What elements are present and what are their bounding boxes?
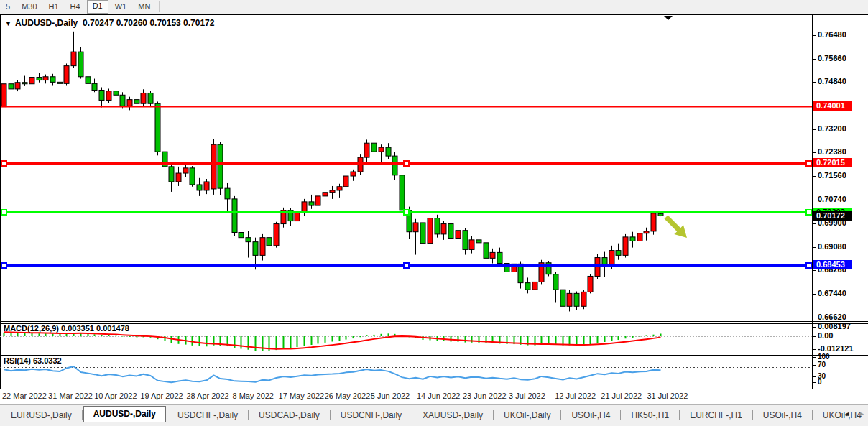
date-axis-label: 31 Mar 2022 — [48, 392, 93, 400]
candle-body-up — [441, 224, 446, 234]
symbol-tab-xauusd[interactable]: XAUUSD-,Daily — [413, 408, 492, 422]
date-axis-label: 19 Apr 2022 — [140, 392, 183, 400]
candle-body-down — [239, 233, 244, 238]
rsi-indicator-label: RSI(14) 63.0332 — [4, 356, 62, 365]
symbol-tab-usdcad[interactable]: USDCAD-,Daily — [249, 408, 329, 422]
tab-scrollers: ◄ ► — [844, 409, 865, 419]
candle-body-down — [50, 77, 55, 83]
rsi-axis-label: 0 — [818, 378, 822, 386]
candle-body-up — [358, 157, 363, 172]
candle-body-up — [183, 168, 188, 173]
price-axis-label: 0.75660 — [818, 54, 846, 62]
price-axis-label: 0.74840 — [818, 77, 846, 85]
symbol-tab-usoil[interactable]: USOil-,H4 — [754, 408, 811, 422]
candle-body-down — [22, 83, 27, 84]
symbol-tab-eurchf[interactable]: EURCHF-,H1 — [680, 408, 752, 422]
candle-body-up — [609, 251, 614, 267]
symbol-tab-usoil[interactable]: USOil-,H4 — [562, 408, 619, 422]
candle-body-down — [197, 185, 202, 190]
hline-handle[interactable] — [404, 161, 409, 166]
candle-body-up — [413, 223, 418, 232]
candle-body-down — [400, 175, 405, 210]
symbol-tab-ukoil[interactable]: UKOil-,Daily — [494, 408, 560, 422]
candle-body-up — [623, 237, 628, 255]
candle-body-down — [78, 52, 83, 77]
candle-body-down — [246, 238, 251, 242]
candle-body-up — [106, 91, 111, 101]
hline-handle[interactable] — [404, 210, 409, 215]
price-axis-label: 0.71560 — [818, 171, 846, 180]
rsi-axis-label: 70 — [818, 361, 826, 369]
candle-body-up — [644, 231, 649, 233]
candle-body-down — [253, 242, 258, 256]
symbol-tab-usdcnh[interactable]: USDCNH-,Daily — [331, 408, 411, 422]
tab-separator — [620, 410, 621, 420]
tab-separator — [752, 410, 753, 420]
chart-dropdown-icon[interactable]: ▼ — [5, 20, 11, 27]
date-axis-label: 22 Mar 2022 — [2, 392, 47, 400]
candle-body-up — [302, 202, 307, 213]
candle-body-up — [351, 172, 356, 176]
candle-body-up — [428, 218, 433, 244]
candle-body-down — [267, 238, 272, 246]
tab-separator — [812, 410, 813, 420]
candle-body-up — [274, 224, 279, 246]
candle-body-down — [574, 293, 579, 306]
candle-body-up — [1, 84, 6, 107]
hline-handle[interactable] — [806, 210, 811, 215]
candle-body-up — [15, 83, 20, 89]
sell-arrow-annotation[interactable] — [662, 213, 692, 243]
candle-body-down — [658, 213, 663, 216]
candle-body-up — [260, 238, 265, 256]
candle-body-down — [155, 103, 160, 152]
candle-body-up — [567, 293, 572, 306]
price-axis-label: 0.66620 — [818, 312, 846, 321]
candle-body-down — [218, 144, 223, 188]
price-level-chip: 0.68453 — [813, 260, 852, 269]
candle-body-up — [176, 173, 181, 182]
candle-body-down — [134, 100, 139, 104]
date-axis-label: 31 Jul 2022 — [647, 392, 688, 400]
price-axis-label: 0.70740 — [818, 195, 846, 203]
candle-body-up — [595, 258, 600, 277]
candle-body-up — [469, 240, 474, 250]
hline-handle[interactable] — [1, 263, 6, 268]
candle-body-up — [141, 93, 146, 103]
candle-body-down — [386, 147, 391, 156]
tab-scroll-left-icon[interactable]: ◄ — [844, 409, 850, 419]
candle-body-down — [57, 82, 63, 83]
candle-body-up — [532, 282, 537, 290]
candle-body-down — [225, 188, 230, 199]
chart-canvas[interactable] — [0, 0, 868, 426]
hline-handle[interactable] — [806, 263, 811, 268]
candle-body-down — [518, 264, 523, 282]
hline-handle[interactable] — [1, 161, 6, 166]
symbol-tab-usdchf[interactable]: USDCHF-,Daily — [168, 408, 247, 422]
hline-handle[interactable] — [404, 263, 409, 268]
candle-body-up — [379, 147, 384, 152]
price-level-chip: 0.72015 — [813, 158, 852, 167]
tab-separator — [248, 410, 249, 420]
candle-body-down — [190, 168, 195, 185]
tab-scroll-right-icon[interactable]: ► — [859, 409, 865, 419]
candle-body-down — [525, 283, 530, 290]
candle-body-down — [497, 252, 502, 263]
candle-body-up — [330, 190, 335, 193]
candle-body-up — [315, 196, 320, 205]
tab-separator — [82, 410, 83, 420]
symbol-tab-hk50[interactable]: HK50-,H1 — [622, 408, 678, 422]
candle-body-up — [211, 144, 216, 189]
symbol-tab-audusd[interactable]: AUDUSD-,Daily — [83, 406, 166, 422]
macd-axis-label: 0.008197 — [818, 322, 851, 330]
hline-handle[interactable] — [1, 210, 6, 215]
tab-separator — [493, 410, 494, 420]
candle-body-down — [392, 156, 397, 175]
symbol-tabs: EURUSD-,DailyAUDUSD-,DailyUSDCHF-,DailyU… — [1, 407, 868, 422]
candle-body-down — [560, 290, 565, 306]
symbol-tab-eurusd[interactable]: EURUSD-,Daily — [1, 408, 81, 422]
hline-handle[interactable] — [806, 161, 811, 166]
macd-indicator-label: MACD(12,26,9) 0.003351 0.001478 — [4, 324, 129, 333]
date-axis-label: 17 May 2022 — [279, 392, 325, 400]
candle-body-down — [484, 243, 489, 259]
candle-body-down — [616, 251, 621, 256]
